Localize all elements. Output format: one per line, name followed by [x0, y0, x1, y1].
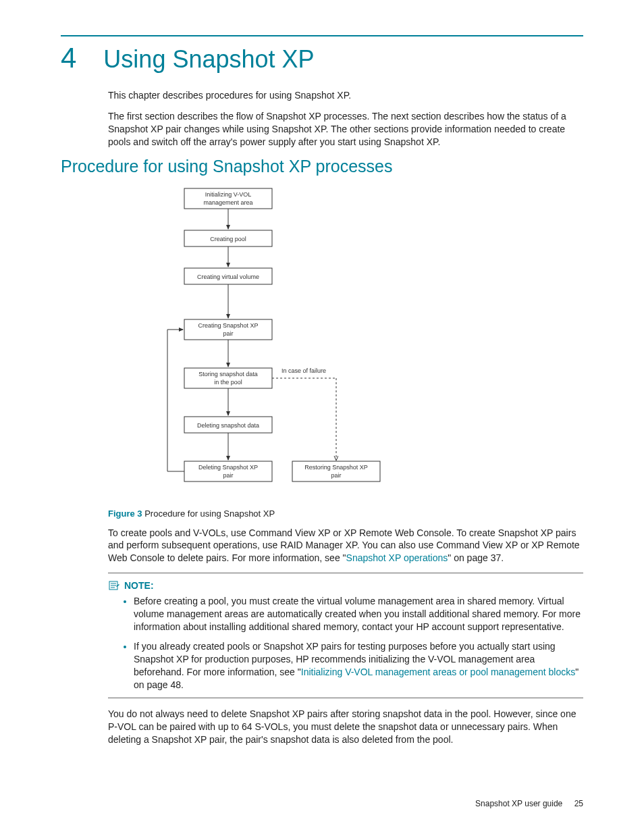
flow-box-7-l1: Deleting Snapshot XP [198, 464, 258, 471]
flow-box-6: Deleting snapshot data [197, 422, 259, 429]
flow-box-2: Creating pool [210, 236, 246, 242]
flow-box-7-l2: pair [223, 472, 233, 479]
flow-box-5-l2: in the pool [214, 379, 242, 386]
create-paragraph-post: " on page 37. [448, 552, 504, 563]
flow-box-5-l1: Storing snapshot data [198, 371, 258, 377]
create-paragraph-pre: To create pools and V-VOLs, use Command … [108, 527, 580, 564]
section-heading: Procedure for using Snapshot XP processe… [61, 157, 583, 176]
note-label: NOTE: [124, 580, 154, 591]
snapshot-operations-link[interactable]: Snapshot XP operations [346, 552, 448, 563]
flow-box-8-l2: pair [331, 472, 341, 479]
intro-paragraph-2: The first section describes the flow of … [108, 110, 583, 149]
intro-paragraph-1: This chapter describes procedures for us… [108, 89, 583, 102]
delete-paragraph: You do not always need to delete Snapsho… [108, 708, 583, 746]
chapter-number: 4 [61, 42, 76, 74]
flow-box-8-l1: Restoring Snapshot XP [304, 464, 368, 471]
flow-box-1-l2: management area [203, 199, 252, 206]
figure-caption-text: Procedure for using Snapshot XP [144, 509, 275, 519]
note-icon [108, 580, 120, 591]
flow-box-3: Creating virtual volume [197, 273, 259, 280]
figure-caption: Figure 3 Procedure for using Snapshot XP [108, 509, 583, 519]
top-rule [61, 35, 583, 36]
flow-box-4-l1: Creating Snapshot XP [198, 322, 258, 329]
flow-box-1-l1: Initializing V-VOL [205, 191, 252, 198]
chapter-title: Using Snapshot XP [103, 45, 314, 74]
flow-box-4-l2: pair [223, 330, 233, 337]
create-paragraph: To create pools and V-VOLs, use Command … [108, 527, 583, 565]
note-bottom-rule [108, 698, 583, 698]
flowchart-svg: Initializing V-VOL management area Creat… [127, 187, 383, 504]
note-heading: NOTE: [108, 580, 583, 591]
footer-doc-title: Snapshot XP user guide [475, 799, 562, 808]
note-item-2: If you already created pools or Snapshot… [134, 640, 583, 692]
flowchart-figure: Initializing V-VOL management area Creat… [127, 187, 556, 504]
note-top-rule [108, 573, 583, 573]
init-vvol-link[interactable]: Initializing V-VOL management areas or p… [301, 667, 575, 677]
note-item-1: Before creating a pool, you must create … [134, 595, 583, 633]
page-footer: Snapshot XP user guide 25 [475, 799, 583, 808]
footer-page-number: 25 [574, 799, 583, 808]
note-list: Before creating a pool, you must create … [120, 595, 583, 691]
figure-label: Figure 3 [108, 509, 142, 519]
chapter-heading: 4 Using Snapshot XP [61, 42, 583, 74]
failure-edge-label: In case of failure [281, 367, 326, 374]
